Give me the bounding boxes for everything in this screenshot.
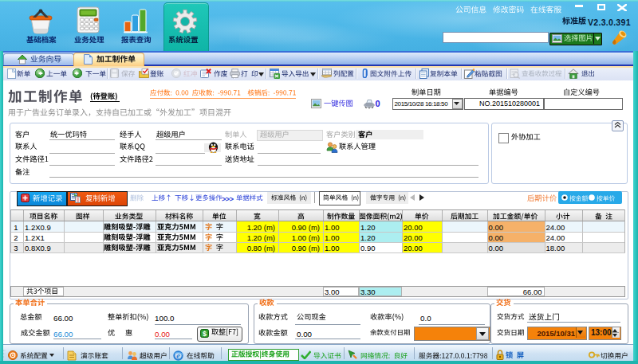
svg-text:e: e — [176, 351, 180, 360]
svg-text:$: $ — [203, 329, 207, 337]
